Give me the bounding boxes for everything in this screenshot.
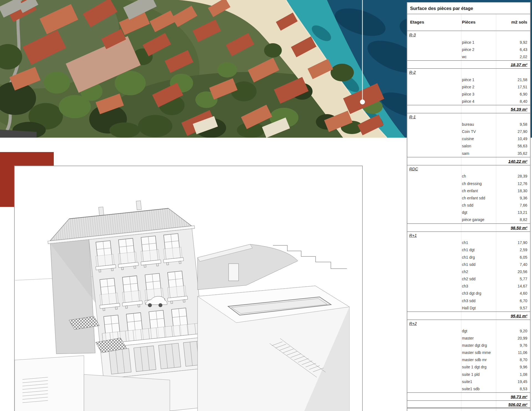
- column-header-m2sols: m2 sols: [511, 20, 527, 25]
- table-row: ch dressing12,76: [407, 180, 530, 187]
- floors-table-body: R-3pièce 19,92pièce 26,43wc2,0218,37 m²R…: [407, 31, 530, 401]
- room-name: ch1 drg: [462, 255, 475, 260]
- table-header-row: Etages Pièces m2 sols: [407, 14, 530, 31]
- table-row: ch enfant sdd9,36: [407, 194, 530, 202]
- surface-table-panel: Surface des pièces par étage Etages Pièc…: [407, 2, 531, 411]
- column-header-etages: Etages: [410, 20, 424, 25]
- room-name: master: [462, 336, 474, 340]
- room-area-value: 17,90: [518, 240, 527, 245]
- floor-subtotal-value: 18,37 m²: [511, 62, 527, 67]
- table-row: ch220,56: [407, 268, 530, 275]
- room-area-value: 8,82: [520, 217, 527, 222]
- floor-subtotal-row: 98,50 m²: [407, 224, 530, 232]
- table-row: Coin TV27,90: [407, 128, 530, 135]
- room-name: ch1 sdd: [462, 262, 475, 267]
- room-area-value: 8,53: [520, 387, 527, 391]
- room-area-value: 35,62: [518, 151, 527, 156]
- floor-subtotal-value: 95,81 m²: [511, 313, 527, 318]
- floor-section: R+2dgt9,20master20,99master dgt drg9,76m…: [407, 320, 530, 401]
- room-name: pièce 4: [462, 99, 474, 104]
- room-area-value: 7,66: [520, 203, 527, 207]
- table-row: ch enfant18,30: [407, 187, 530, 194]
- room-area-value: 2,59: [520, 248, 527, 252]
- table-row: suite 1 dgt drg9,96: [407, 363, 530, 371]
- room-area-value: 1,08: [520, 372, 527, 377]
- floor-subtotal-row: 95,81 m²: [407, 312, 530, 320]
- room-name: pièce garage: [462, 217, 484, 222]
- table-row: suite1 sdb8,53: [407, 385, 530, 392]
- table-row: master dgt drg9,76: [407, 342, 530, 349]
- room-area-value: 6,43: [520, 47, 527, 52]
- room-name: bureau: [462, 122, 474, 127]
- floor-section: R-3pièce 19,92pièce 26,43wc2,0218,37 m²: [407, 31, 530, 69]
- room-name: master sdb mme: [462, 350, 491, 355]
- floor-subtotal-row: 98,73 m²: [407, 392, 530, 401]
- room-area-value: 9,58: [520, 122, 527, 127]
- table-row: pièce 217,51: [407, 83, 530, 91]
- room-name: ch sdd: [462, 203, 473, 207]
- room-name: ch3 sdd: [462, 299, 475, 303]
- room-name: ch dressing: [462, 181, 482, 186]
- room-name: ch enfant: [462, 189, 478, 193]
- room-name: dgt: [462, 210, 467, 215]
- room-area-value: 4,60: [520, 291, 527, 296]
- room-area-value: 13,21: [518, 210, 527, 215]
- floor-section: R-2pièce 121,58pièce 217,51pièce 36,90pi…: [407, 69, 530, 113]
- table-row: pièce 19,92: [407, 39, 530, 46]
- column-header-pieces: Pièces: [462, 20, 475, 25]
- table-row: ch3 sdd6,70: [407, 297, 530, 304]
- room-area-value: 9,57: [520, 306, 527, 310]
- floor-section: R-1bureau9,58Coin TV27,90cuisine10,49sal…: [407, 113, 530, 165]
- floor-subtotal-value: 140,22 m²: [508, 159, 527, 163]
- floor-subtotal-value: 98,73 m²: [511, 394, 527, 399]
- room-name: dgt: [462, 329, 467, 333]
- room-name: master dgt drg: [462, 343, 487, 348]
- room-name: ch2: [462, 269, 468, 274]
- floor-label: R-1: [407, 113, 530, 121]
- room-name: Hall Dgt: [462, 306, 476, 310]
- room-area-value: 20,99: [518, 336, 527, 340]
- room-area-value: 56,63: [518, 144, 527, 148]
- room-name: pièce 3: [462, 92, 474, 96]
- room-area-value: 21,58: [518, 78, 527, 82]
- room-name: ch3 dgt drg: [462, 291, 481, 296]
- floor-subtotal-row: 54,39 m²: [407, 105, 530, 113]
- table-row: ch28,39: [407, 173, 530, 180]
- room-name: pièce 2: [462, 47, 474, 52]
- table-row: wc2,02: [407, 53, 530, 60]
- room-area-value: 10,49: [518, 137, 527, 141]
- room-area-value: 19,45: [518, 379, 527, 384]
- floor-label: R+2: [407, 320, 530, 327]
- table-row: ch117,90: [407, 239, 530, 246]
- room-name: pièce 1: [462, 78, 474, 82]
- room-name: master sdb mr: [462, 358, 487, 362]
- floor-subtotal-value: 98,50 m²: [511, 225, 527, 230]
- room-name: sam: [462, 151, 469, 156]
- room-area-value: 5,77: [520, 277, 527, 281]
- table-row: pièce 121,58: [407, 76, 530, 83]
- room-area-value: 9,36: [520, 196, 527, 200]
- table-row: ch2 sdd5,77: [407, 275, 530, 282]
- table-row: ch1 dgt2,59: [407, 246, 530, 253]
- floor-subtotal-row: 140,22 m²: [407, 157, 530, 165]
- room-area-value: 18,30: [518, 189, 527, 193]
- table-row: cuisine10,49: [407, 135, 530, 142]
- table-row: pièce 26,43: [407, 46, 530, 53]
- room-name: suite 1 pld: [462, 372, 480, 377]
- floor-label: R-2: [407, 69, 530, 76]
- room-name: suite 1 dgt drg: [462, 365, 487, 369]
- floor-subtotal-value: 54,39 m²: [511, 107, 527, 112]
- room-name: ch enfant sdd: [462, 196, 485, 200]
- room-area-value: 12,76: [518, 181, 527, 186]
- table-row: master20,99: [407, 335, 530, 342]
- table-row: ch sdd7,66: [407, 202, 530, 209]
- room-name: wc: [462, 55, 467, 59]
- room-area-value: 8,70: [520, 358, 527, 362]
- room-area-value: 9,20: [520, 329, 527, 333]
- grand-total-row: 506,02 m²: [407, 401, 530, 408]
- room-area-value: 8,40: [520, 99, 527, 104]
- floor-subtotal-row: 18,37 m²: [407, 60, 530, 69]
- room-area-value: 6,70: [520, 299, 527, 303]
- table-row: pièce 48,40: [407, 98, 530, 105]
- room-name: cuisine: [462, 137, 474, 141]
